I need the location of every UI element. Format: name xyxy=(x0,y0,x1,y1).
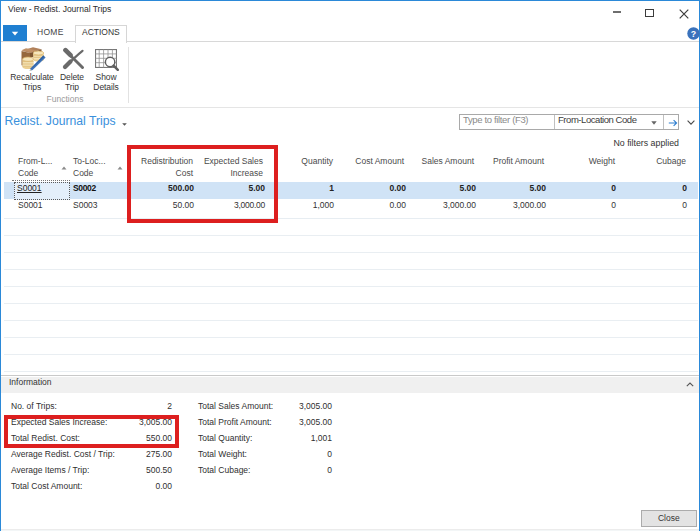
svg-text:?: ? xyxy=(691,29,696,39)
